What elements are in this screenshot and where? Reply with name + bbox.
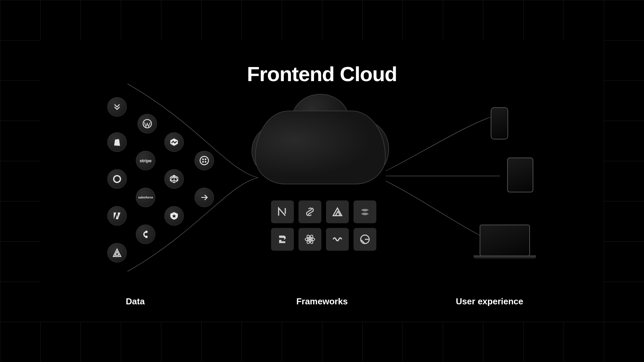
adobe-icon bbox=[107, 206, 127, 226]
device-tablet bbox=[507, 158, 533, 192]
svg-point-2 bbox=[200, 157, 209, 165]
contentful-icon bbox=[136, 225, 155, 244]
wordpress-icon bbox=[138, 114, 157, 133]
svg-point-10 bbox=[146, 236, 147, 238]
stripe-icon: stripe bbox=[136, 151, 155, 170]
framework-grid bbox=[271, 200, 376, 251]
svelte-icon bbox=[299, 200, 321, 223]
column-label-data: Data bbox=[126, 296, 145, 307]
svg-point-5 bbox=[202, 161, 204, 163]
device-laptop-base bbox=[474, 255, 536, 259]
twilio-icon bbox=[195, 151, 214, 170]
svg-point-9 bbox=[146, 231, 147, 233]
device-phone bbox=[491, 107, 508, 139]
hexagon-icon bbox=[164, 132, 184, 152]
data-source-cluster: stripe salesforce bbox=[104, 94, 225, 255]
nuxt-icon bbox=[326, 200, 349, 223]
svg-point-3 bbox=[202, 159, 204, 160]
column-label-ux: User experience bbox=[456, 296, 523, 307]
auth0-icon bbox=[164, 206, 184, 226]
graphql-icon bbox=[164, 169, 184, 189]
salesforce-icon: salesforce bbox=[136, 188, 155, 207]
arrow-icon bbox=[195, 188, 214, 207]
nextjs-icon bbox=[271, 200, 294, 223]
device-laptop bbox=[480, 225, 530, 256]
cloud-graphic bbox=[255, 111, 386, 184]
svg-point-6 bbox=[205, 161, 206, 163]
gatsby-icon bbox=[354, 228, 376, 251]
page-title: Frontend Cloud bbox=[0, 62, 644, 86]
svg-point-4 bbox=[205, 159, 206, 160]
sentry-icon bbox=[107, 243, 127, 262]
svg-point-11 bbox=[309, 238, 311, 240]
solid-icon bbox=[354, 200, 376, 223]
sanity-icon bbox=[107, 169, 127, 189]
svg-point-7 bbox=[114, 176, 120, 182]
remix-icon bbox=[271, 228, 294, 251]
hygraph-icon bbox=[107, 97, 127, 117]
swr-icon bbox=[326, 228, 349, 251]
shopify-icon bbox=[107, 132, 127, 152]
column-label-frameworks: Frameworks bbox=[296, 296, 347, 307]
react-icon bbox=[299, 228, 321, 251]
